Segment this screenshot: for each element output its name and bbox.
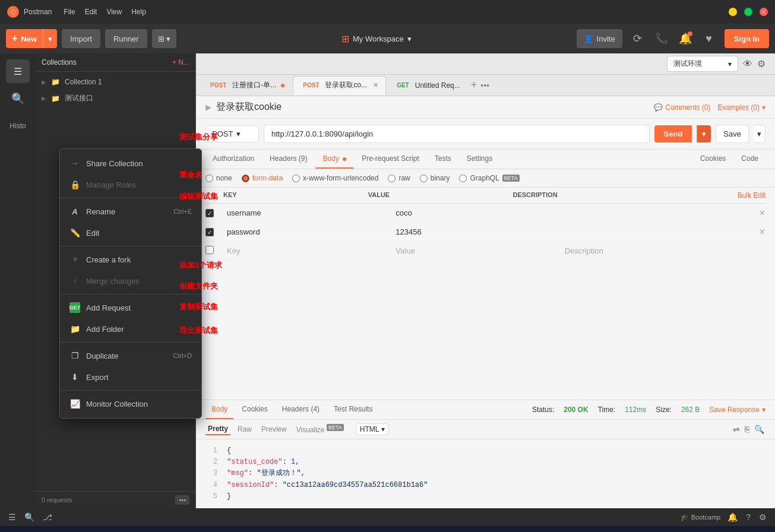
- examples-button[interactable]: Examples (0) ▾: [717, 103, 765, 112]
- menu-item-monitor[interactable]: 📈 Monitor Collection: [60, 393, 201, 414]
- row2-description[interactable]: [561, 231, 730, 233]
- sidebar-search-icon[interactable]: 🔍: [6, 87, 30, 110]
- menu-bar[interactable]: File Edit View Help: [64, 8, 146, 16]
- row3-checkbox[interactable]: [205, 246, 214, 254]
- menu-item-share[interactable]: → Share Collection: [60, 153, 201, 174]
- format-selector[interactable]: HTML ▾: [356, 423, 390, 435]
- icon-bar-button[interactable]: ⊞ ▾: [152, 29, 177, 48]
- search-resp-icon-button[interactable]: 🔍: [753, 423, 765, 435]
- radio-none[interactable]: none: [205, 174, 232, 182]
- three-dots-icon[interactable]: •••: [175, 495, 189, 505]
- tab-get-untitled[interactable]: GET Untitled Req...: [387, 76, 467, 95]
- window-controls[interactable]: ─ □ ✕: [729, 8, 768, 16]
- send-dropdown-button[interactable]: ▾: [697, 125, 711, 142]
- radio-form-data[interactable]: form-data: [242, 174, 283, 182]
- row2-value[interactable]: 123456: [392, 226, 561, 238]
- collection-item-2[interactable]: ▶ 📁 测试接口: [36, 90, 195, 107]
- menu-item-add-request[interactable]: GET Add Request: [60, 297, 201, 318]
- git-bottom-icon[interactable]: ⎇: [42, 511, 53, 523]
- new-button[interactable]: + New ▾: [6, 29, 57, 48]
- eye-icon-button[interactable]: 👁: [743, 59, 752, 69]
- notification-bell-button[interactable]: 🔔: [676, 29, 695, 48]
- row3-key-placeholder[interactable]: Key: [223, 245, 392, 256]
- save-dropdown-button[interactable]: ▾: [754, 125, 765, 143]
- help-bottom-icon[interactable]: ?: [745, 511, 752, 523]
- radio-graphql[interactable]: GraphQL BETA: [459, 174, 519, 182]
- search-bottom-icon[interactable]: 🔍: [23, 511, 36, 523]
- import-button[interactable]: Import: [62, 29, 100, 48]
- close-button[interactable]: ✕: [760, 8, 768, 16]
- row1-delete-icon[interactable]: ✕: [759, 208, 765, 217]
- menu-item-add-folder[interactable]: 📁 Add Folder: [60, 318, 201, 340]
- resp-tab-test-results[interactable]: Test Results: [328, 400, 378, 419]
- resp-body-preview[interactable]: Preview: [259, 424, 289, 435]
- row2-key[interactable]: password: [223, 226, 392, 238]
- comments-button[interactable]: 💬 Comments (0): [654, 103, 710, 112]
- resp-body-visualize[interactable]: Visualize BETA: [294, 423, 346, 435]
- add-new-label[interactable]: + N...: [172, 58, 189, 66]
- invite-button[interactable]: 👤 Invite: [577, 29, 622, 48]
- menu-file[interactable]: File: [64, 8, 75, 16]
- more-tabs-button[interactable]: •••: [480, 81, 489, 90]
- menu-item-duplicate[interactable]: ❐ Duplicate Ctrl+D: [60, 345, 201, 366]
- collection-item[interactable]: ▶ 📁 Collection 1: [36, 74, 195, 90]
- tab-body[interactable]: Body: [315, 150, 353, 169]
- resp-tab-body[interactable]: Body: [205, 400, 233, 419]
- sync-icon-button[interactable]: ⟳: [628, 29, 647, 48]
- bulk-edit-button[interactable]: Bulk Edit: [738, 191, 765, 200]
- resp-tab-cookies[interactable]: Cookies: [236, 400, 273, 419]
- radio-binary[interactable]: binary: [420, 174, 450, 182]
- phone-icon-button[interactable]: 📞: [652, 29, 671, 48]
- resp-tab-headers[interactable]: Headers (4): [276, 400, 325, 419]
- row3-description-placeholder[interactable]: Description: [561, 245, 730, 256]
- add-tab-button[interactable]: +: [469, 79, 480, 91]
- tab-headers[interactable]: Headers (9): [262, 150, 314, 169]
- menu-item-edit[interactable]: ✏️ Edit: [60, 222, 201, 243]
- resp-body-pretty[interactable]: Pretty: [205, 423, 230, 435]
- tab-tests[interactable]: Tests: [428, 150, 458, 169]
- menu-help[interactable]: Help: [131, 8, 146, 16]
- menu-item-merge[interactable]: ⑂ Merge changes: [60, 270, 201, 292]
- row1-value[interactable]: coco: [392, 207, 561, 218]
- menu-item-create-fork[interactable]: ⑂ Create a fork: [60, 249, 201, 270]
- radio-urlencoded[interactable]: x-www-form-urlencoded: [292, 174, 378, 182]
- menu-item-rename[interactable]: A Rename Ctrl+E: [60, 201, 201, 222]
- sidebar-collections-icon[interactable]: ☰: [6, 59, 30, 83]
- tab-post-register[interactable]: POST 注册接口-单...: [201, 76, 292, 95]
- method-selector[interactable]: POST ▾: [205, 125, 259, 142]
- tab-code[interactable]: Code: [734, 150, 765, 169]
- tab-settings[interactable]: Settings: [460, 150, 499, 169]
- row1-key[interactable]: username: [223, 207, 392, 218]
- save-response-button[interactable]: Save Response ▾: [709, 406, 765, 414]
- menu-item-manage-roles[interactable]: 🔒 Manage Roles: [60, 174, 201, 195]
- new-dropdown-arrow[interactable]: ▾: [43, 29, 57, 48]
- copy-icon-button[interactable]: ⎘: [744, 423, 751, 435]
- wrap-lines-icon-button[interactable]: ⇌: [732, 423, 741, 435]
- row1-checkbox[interactable]: [205, 209, 214, 217]
- send-button[interactable]: Send: [654, 125, 692, 142]
- workspace-selector[interactable]: ⊞ My Workspace ▾: [341, 33, 412, 45]
- settings-bottom-icon[interactable]: ⚙: [758, 511, 768, 523]
- tab-post-login[interactable]: POST 登录获取co... ✕: [293, 76, 386, 95]
- save-button[interactable]: Save: [716, 125, 749, 143]
- gear-icon-button[interactable]: ⚙: [757, 58, 765, 69]
- tab-close-icon[interactable]: ✕: [373, 81, 378, 89]
- menu-view[interactable]: View: [106, 8, 122, 16]
- notifications-bottom-icon[interactable]: 🔔: [726, 511, 739, 523]
- menu-edit[interactable]: Edit: [85, 8, 97, 16]
- row2-checkbox[interactable]: [205, 228, 214, 236]
- row2-delete-icon[interactable]: ✕: [759, 227, 765, 236]
- tab-cookies[interactable]: Cookies: [693, 150, 733, 169]
- sidebar-history-icon[interactable]: Histo: [6, 114, 30, 138]
- environment-selector[interactable]: 测试环境 ▾: [667, 56, 738, 72]
- radio-raw[interactable]: raw: [388, 174, 410, 182]
- menu-item-export[interactable]: ⬇ Export: [60, 366, 201, 388]
- heart-icon-button[interactable]: ♥: [700, 29, 719, 48]
- maximize-button[interactable]: □: [744, 8, 752, 16]
- sidebar-toggle-icon[interactable]: ☰: [7, 511, 17, 523]
- bootcamp-link[interactable]: 🎓 Bootcamp: [681, 514, 721, 521]
- url-input[interactable]: [264, 125, 650, 143]
- runner-button[interactable]: Runner: [105, 29, 147, 48]
- minimize-button[interactable]: ─: [729, 8, 737, 16]
- tab-pre-request[interactable]: Pre-request Script: [355, 150, 426, 169]
